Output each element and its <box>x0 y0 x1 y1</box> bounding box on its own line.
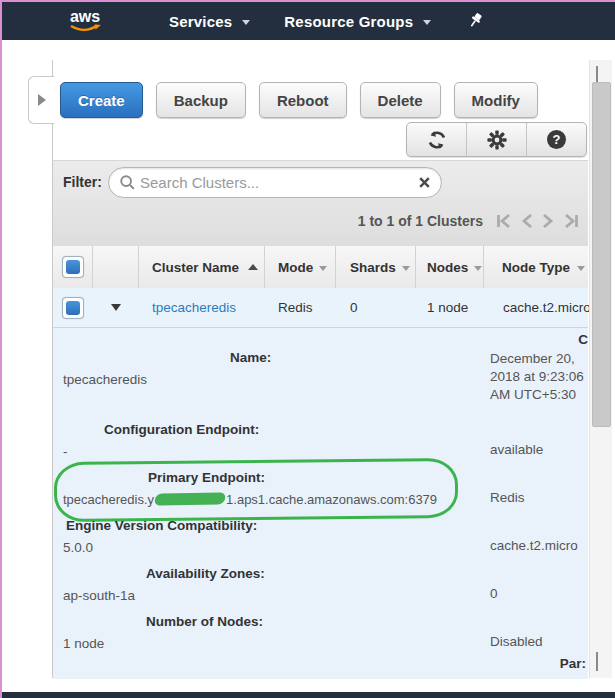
sort-ascending-icon <box>248 264 258 270</box>
cluster-actions-toolbar: Create Backup Reboot Delete Modify <box>60 82 538 118</box>
search-input[interactable] <box>136 174 417 191</box>
top-navbar: aws Services Resource Groups <box>2 2 615 40</box>
column-cluster-name[interactable]: Cluster Name <box>139 246 265 288</box>
primary-endpoint-label: Primary Endpoint: <box>148 470 265 485</box>
filter-label: Filter: <box>63 174 102 190</box>
detail-row-number-of-nodes: Number of Nodes: 1 node Disabled <box>53 614 588 660</box>
settings-button[interactable] <box>467 123 527 156</box>
column-shards-label: Shards <box>350 260 396 275</box>
filter-bar: Filter: 1 to 1 of 1 Clusters <box>53 160 588 248</box>
detail-row-primary-endpoint: Primary Endpoint: tpecacheredis.y1.aps1.… <box>53 470 588 516</box>
screenshot-border-top <box>0 0 615 2</box>
pagination-prev-button[interactable] <box>520 213 534 229</box>
sidebar-collapse-tab[interactable] <box>28 76 55 124</box>
node-type-value: cache.t2.micro <box>490 537 590 555</box>
cluster-details-pane: C Name: tpecacheredis December 20, 2018 … <box>53 327 588 679</box>
pagination: 1 to 1 of 1 Clusters <box>358 213 580 229</box>
number-of-nodes-label: Number of Nodes: <box>146 614 263 629</box>
chevron-down-icon <box>596 652 598 671</box>
creation-time-value: December 20, 2018 at 9:23:06 AM UTC+5:30 <box>490 350 590 404</box>
clusters-table-header: Cluster Name Mode Shards Nodes Node Type <box>53 246 588 289</box>
chevron-down-icon <box>474 266 482 271</box>
nav-pin-button[interactable] <box>467 12 483 30</box>
clear-search-button[interactable] <box>417 175 432 190</box>
column-mode[interactable]: Mode <box>265 246 336 288</box>
name-label: Name: <box>230 350 271 365</box>
detail-right-value: 0 <box>490 585 590 603</box>
nav-services-label: Services <box>169 13 232 30</box>
cell-shards: 0 <box>336 288 416 327</box>
gear-icon <box>487 130 507 150</box>
pagination-first-button[interactable] <box>495 213 513 229</box>
column-nodes-label: Nodes <box>427 260 468 275</box>
number-of-nodes-value: 1 node <box>63 636 104 651</box>
chevron-right-icon <box>38 94 46 106</box>
screenshot-border-left <box>0 0 2 698</box>
pagination-next-button[interactable] <box>541 213 555 229</box>
table-row[interactable]: tpecacheredis Redis 0 1 node cache.t2.mi… <box>53 288 588 327</box>
status-value: available <box>490 441 590 459</box>
help-button[interactable]: ? <box>527 123 586 156</box>
pin-icon <box>467 12 483 30</box>
help-icon: ? <box>547 130 566 149</box>
select-all-checkbox[interactable] <box>53 246 93 288</box>
availability-zones-value: ap-south-1a <box>63 588 135 603</box>
last-page-icon <box>562 213 580 229</box>
delete-button[interactable]: Delete <box>360 82 441 118</box>
chevron-down-icon <box>242 20 250 25</box>
chevron-left-icon <box>520 213 534 229</box>
configuration-endpoint-value: - <box>63 444 68 459</box>
pagination-last-button[interactable] <box>562 213 580 229</box>
chevron-right-icon <box>541 213 555 229</box>
chevron-down-icon <box>402 266 410 271</box>
clipped-right-column-label: C <box>578 332 588 347</box>
endpoint-prefix: tpecacheredis.y <box>63 492 154 507</box>
detail-row-availability-zones: Availability Zones: ap-south-1a 0 <box>53 566 588 612</box>
expander-column-header <box>93 246 139 288</box>
multi-az-value: Disabled <box>490 633 590 651</box>
vertical-scrollbar[interactable] <box>589 60 612 678</box>
create-button[interactable]: Create <box>60 82 143 118</box>
backup-button[interactable]: Backup <box>156 82 246 118</box>
detail-row-configuration-endpoint: Configuration Endpoint: - available <box>53 422 588 468</box>
chevron-down-icon <box>423 20 431 25</box>
close-icon <box>417 175 432 190</box>
engine-value: Redis <box>490 489 590 507</box>
view-options-toolbar: ? <box>406 122 587 157</box>
chevron-down-icon <box>577 266 585 271</box>
cell-node-type: cache.t2.micro <box>484 288 588 327</box>
detail-row-name: Name: tpecacheredis December 20, 2018 at… <box>53 350 588 396</box>
column-nodes[interactable]: Nodes <box>416 246 484 288</box>
detail-row-engine-version: Engine Version Compatibility: 5.0.0 cach… <box>53 518 588 564</box>
column-cluster-name-label: Cluster Name <box>152 260 239 275</box>
pagination-status: 1 to 1 of 1 Clusters <box>358 213 483 229</box>
refresh-button[interactable] <box>407 123 467 156</box>
modify-button[interactable]: Modify <box>454 82 538 118</box>
cluster-name-link[interactable]: tpecacheredis <box>152 300 236 315</box>
scrollbar-thumb[interactable] <box>592 82 611 427</box>
caret-down-icon <box>111 304 121 311</box>
column-mode-label: Mode <box>278 260 313 275</box>
reboot-button[interactable]: Reboot <box>259 82 347 118</box>
column-shards[interactable]: Shards <box>336 246 416 288</box>
scrollbar-down-button[interactable] <box>596 652 598 670</box>
nav-resource-groups-menu[interactable]: Resource Groups <box>284 13 431 30</box>
nav-services-menu[interactable]: Services <box>169 13 250 30</box>
row-expander[interactable] <box>93 288 139 327</box>
configuration-endpoint-label: Configuration Endpoint: <box>104 422 259 437</box>
clipped-bottom-label: Par: <box>560 656 586 671</box>
cell-nodes: 1 node <box>416 288 484 327</box>
aws-logo[interactable]: aws <box>64 7 106 35</box>
column-node-type[interactable]: Node Type <box>484 246 588 288</box>
refresh-icon <box>426 130 448 150</box>
first-page-icon <box>495 213 513 229</box>
checkbox-checked-icon <box>62 297 84 319</box>
cell-mode: Redis <box>265 288 336 327</box>
primary-endpoint-value: tpecacheredis.y1.aps1.cache.amazonaws.co… <box>63 492 437 507</box>
engine-version-label: Engine Version Compatibility: <box>66 518 257 533</box>
search-box[interactable] <box>108 167 442 198</box>
nav-resource-groups-label: Resource Groups <box>284 13 413 30</box>
search-icon <box>119 174 136 191</box>
row-checkbox[interactable] <box>53 288 93 327</box>
endpoint-suffix: 1.aps1.cache.amazonaws.com:6379 <box>226 492 437 507</box>
